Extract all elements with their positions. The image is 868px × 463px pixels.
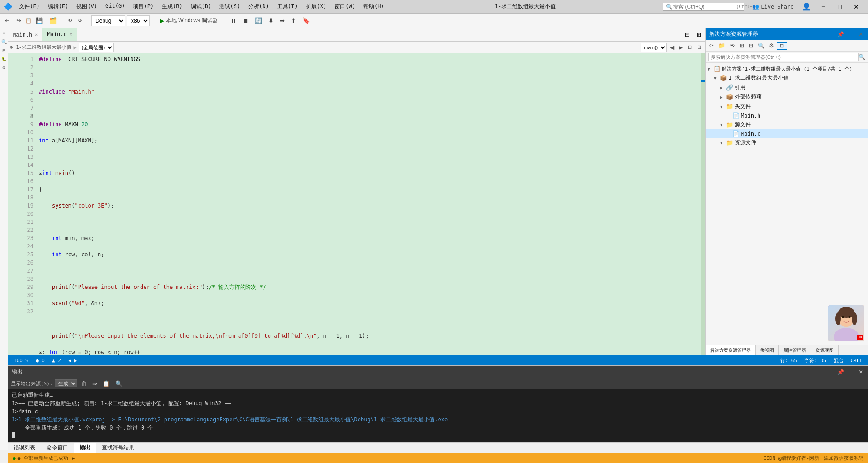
tree-source-files[interactable]: ▼ 📁 源文件 (706, 120, 868, 129)
code-editor[interactable]: 1 2 3 4 5 6 7 8 9 10 11 12 13 14 15 16 1 (8, 53, 705, 355)
nav-right-button[interactable]: ▶ (677, 44, 684, 51)
debug-toolbar-btn6[interactable]: ⬆ (289, 16, 298, 25)
tree-project[interactable]: ▼ 📦 1-求二维数组最大最小值 (706, 73, 868, 83)
panel-close-button[interactable]: ✕ (857, 31, 864, 38)
toolbar-undo2[interactable]: ⟲ (66, 16, 74, 25)
rb-tab-solution[interactable]: 解决方案资源管理器 (706, 345, 756, 355)
start-debug-button[interactable]: ▶ 本地 Windows 调试器 (156, 16, 222, 25)
svg-point-4 (835, 312, 841, 325)
output-close-button[interactable]: ✕ (857, 369, 864, 376)
menu-git[interactable]: Git(G) (102, 2, 128, 11)
se-toolbar-btn1[interactable]: ⟳ (708, 42, 716, 50)
panel-pin-button[interactable]: 📌 (836, 31, 845, 38)
save-all-button[interactable]: 🗂️ (47, 16, 59, 25)
btab-output[interactable]: 输出 (74, 443, 96, 453)
global-search-input[interactable] (673, 4, 736, 10)
tab-mainh[interactable]: Main.h ✕ (8, 28, 42, 41)
tab-split-button[interactable]: ⊞ (693, 28, 705, 41)
tree-resource-files[interactable]: ▼ 📁 资源文件 (706, 138, 868, 147)
save-button[interactable]: 💾 (33, 16, 45, 25)
minimize-button[interactable]: － (815, 1, 832, 13)
se-toolbar-btn8[interactable]: ⊡ (777, 42, 787, 50)
output-source-select[interactable]: 生成 调试 (55, 379, 77, 387)
btab-errors[interactable]: 错误列表 (8, 443, 41, 453)
tree-references[interactable]: ▶ 🔗 引用 (706, 83, 868, 92)
tree-mainh[interactable]: ▶ 📄 Main.h (706, 111, 868, 120)
btab-command[interactable]: 命令窗口 (41, 443, 74, 453)
tab-collapse-button[interactable]: ⊟ (681, 28, 693, 41)
output-find-button[interactable]: 🔍 (113, 380, 124, 387)
menu-view[interactable]: 视图(V) (73, 2, 101, 11)
btab-find-symbol[interactable]: 查找符号结果 (96, 443, 140, 453)
output-minimize-button[interactable]: － (847, 368, 855, 376)
menu-window[interactable]: 窗口(W) (331, 2, 359, 11)
menu-edit[interactable]: 编辑(E) (44, 2, 72, 11)
toolbar-redo2[interactable]: ⟳ (76, 16, 85, 25)
tree-solution[interactable]: ▼ 📋 解决方案'1-求二维数组最大最小值'(1 个项目/共 1 个) (706, 65, 868, 73)
panel-minimize-button[interactable]: － (847, 30, 855, 38)
menu-help[interactable]: 帮助(H) (360, 2, 388, 11)
live-share-button[interactable]: 👥 Live Share (749, 3, 797, 11)
scope-select[interactable]: (全局范围) (79, 43, 114, 52)
output-pin-button[interactable]: 📌 (836, 369, 845, 376)
tree-mainc[interactable]: ▶ 📄 Main.c (706, 129, 868, 138)
se-toolbar-btn6[interactable]: 🔍 (756, 42, 766, 50)
close-button[interactable]: ✕ (848, 1, 864, 13)
redo-button[interactable]: ↪ (14, 16, 24, 25)
debug-toolbar-btn1[interactable]: ⏸ (228, 16, 239, 25)
menu-project[interactable]: 项目(P) (129, 2, 157, 11)
debug-toolbar-btn7[interactable]: 🔖 (300, 16, 312, 25)
nav-collapse-button[interactable]: ⊟ (686, 44, 693, 50)
code-line-4 (39, 104, 701, 112)
nav-expand-button[interactable]: ⊞ (695, 44, 703, 50)
se-toolbar-btn7[interactable]: ⚙ (767, 42, 776, 50)
rb-tab-resource[interactable]: 资源视图 (811, 345, 839, 355)
architecture-select[interactable]: x86 x64 (127, 15, 150, 26)
menu-test[interactable]: 测试(S) (216, 2, 244, 11)
activity-bar-icon4[interactable]: 🐛 (0, 56, 8, 62)
window-controls[interactable]: － □ ✕ (815, 1, 864, 13)
resources-label: 资源文件 (735, 139, 756, 146)
activity-bar-icon2[interactable]: 🔍 (0, 38, 8, 45)
menu-debug[interactable]: 调试(D) (187, 2, 215, 11)
menu-file[interactable]: 文件(F) (15, 2, 43, 11)
function-select[interactable]: main() (641, 43, 667, 52)
btab-spacer (140, 443, 868, 453)
se-toolbar-btn5[interactable]: ⊟ (747, 42, 755, 50)
solution-search-input[interactable] (708, 53, 859, 61)
output-line-4[interactable]: 1>1-求二维数组最大最小值.vcxproj -> E:\Document\2-… (12, 416, 864, 424)
nav-left-button[interactable]: ◀ (669, 44, 675, 51)
tree-header-files[interactable]: ▼ 📁 头文件 (706, 102, 868, 111)
menu-build[interactable]: 生成(B) (158, 2, 186, 11)
rb-tab-class[interactable]: 类视图 (756, 345, 779, 355)
maximize-button[interactable]: □ (833, 1, 847, 13)
se-toolbar-btn2[interactable]: 📁 (717, 42, 727, 50)
debug-toolbar-btn3[interactable]: 🔄 (253, 16, 264, 25)
undo-button[interactable]: ↩ (3, 16, 12, 25)
activity-bar-icon1[interactable]: ≡ (1, 30, 6, 37)
rb-tab-property[interactable]: 属性管理器 (779, 345, 811, 355)
menu-extensions[interactable]: 扩展(X) (302, 2, 330, 11)
debug-toolbar-btn2[interactable]: ⏹ (241, 16, 251, 25)
debug-mode-select[interactable]: Debug Release (91, 15, 125, 26)
code-text[interactable]: #define _CRT_SECURE_NO_WARNINGS #include… (37, 53, 701, 355)
menu-tools[interactable]: 工具(T) (274, 2, 302, 11)
menu-analyze[interactable]: 分析(N) (245, 2, 273, 11)
se-toolbar-btn3[interactable]: 👁 (728, 42, 737, 50)
tab-mainh-close[interactable]: ✕ (35, 32, 38, 37)
activity-bar-icon3[interactable]: ⊞ (1, 47, 6, 54)
line-num-23: 23 (14, 234, 33, 242)
output-clear-button[interactable]: 🗑 (79, 380, 89, 387)
debug-toolbar-btn5[interactable]: ➡ (278, 16, 287, 25)
tab-mainc[interactable]: Main.c ✕ (42, 28, 77, 41)
global-search-box[interactable]: 🔍 (Ctrl+Q) (663, 3, 744, 11)
line-num-17: 17 (14, 185, 33, 194)
se-toolbar-btn4[interactable]: ⊞ (738, 42, 746, 50)
output-copy-button[interactable]: 📋 (101, 380, 112, 387)
tab-mainc-close[interactable]: ✕ (70, 32, 72, 37)
activity-bar-icon5[interactable]: ⚙ (1, 64, 6, 71)
output-wrap-button[interactable]: ⇒ (90, 380, 99, 387)
debug-toolbar-btn4[interactable]: ⬇ (266, 16, 276, 25)
tree-external-deps[interactable]: ▶ 📦 外部依赖项 (706, 92, 868, 102)
menu-bar[interactable]: 文件(F) 编辑(E) 视图(V) Git(G) 项目(P) 生成(B) 调试(… (15, 2, 388, 11)
